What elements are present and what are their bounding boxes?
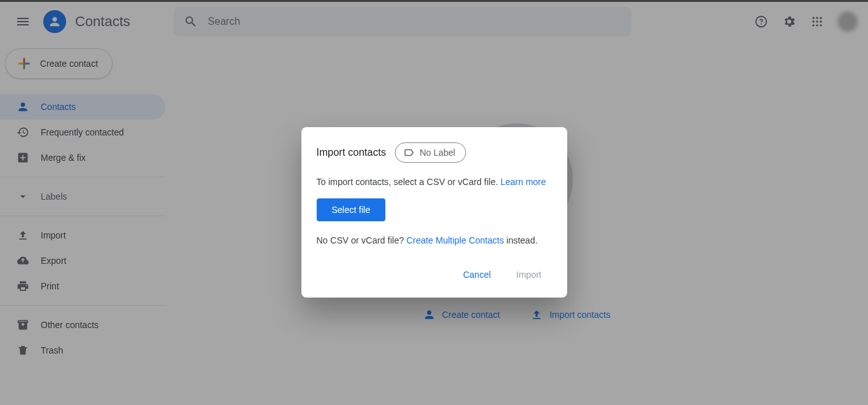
- chip-label: No Label: [420, 148, 455, 158]
- label-chip[interactable]: No Label: [395, 142, 466, 163]
- modal-scrim[interactable]: Import contacts No Label To import conta…: [0, 0, 868, 405]
- create-multiple-link[interactable]: Create Multiple Contacts: [406, 235, 504, 245]
- no-file-suffix: instead.: [504, 235, 537, 245]
- import-dialog: Import contacts No Label To import conta…: [301, 127, 567, 298]
- select-file-button[interactable]: Select file: [317, 198, 386, 221]
- learn-more-link[interactable]: Learn more: [500, 177, 546, 187]
- dialog-header: Import contacts No Label: [317, 142, 552, 163]
- dialog-title: Import contacts: [317, 147, 386, 158]
- import-button[interactable]: Import: [511, 264, 547, 285]
- dialog-description-line: To import contacts, select a CSV or vCar…: [317, 175, 552, 188]
- no-file-prefix: No CSV or vCard file?: [317, 235, 407, 245]
- no-file-line: No CSV or vCard file? Create Multiple Co…: [317, 234, 552, 247]
- cancel-button[interactable]: Cancel: [458, 264, 496, 285]
- dialog-actions: Cancel Import: [317, 264, 552, 290]
- label-outline-icon: [403, 147, 415, 158]
- dialog-body: To import contacts, select a CSV or vCar…: [317, 175, 552, 247]
- dialog-description: To import contacts, select a CSV or vCar…: [317, 177, 500, 187]
